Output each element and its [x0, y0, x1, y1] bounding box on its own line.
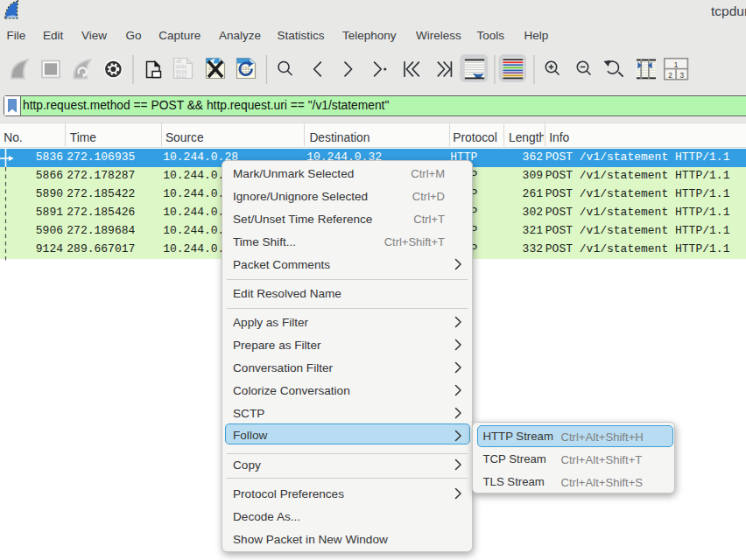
svg-text:0111: 0111: [176, 74, 186, 80]
svg-text:2: 2: [668, 72, 672, 80]
svg-text:1: 1: [674, 61, 679, 69]
svg-text:3: 3: [680, 72, 685, 80]
